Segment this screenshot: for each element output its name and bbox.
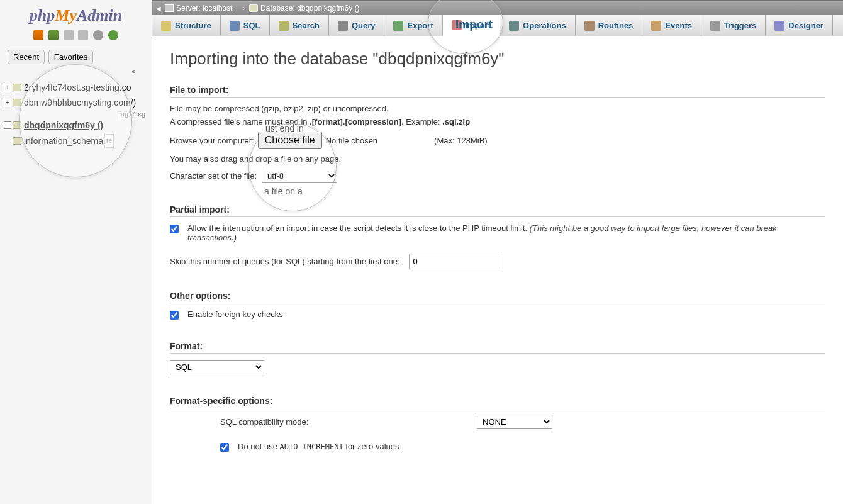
export-icon	[393, 21, 403, 31]
sidebar: phpMyAdmin Recent Favorites ⚭ + 2ryhy4fc…	[0, 0, 152, 504]
breadcrumb-bar: ◀ Server: localhost » Database: dbqdpnix…	[152, 0, 843, 15]
page-title: Importing into the database "dbqdpnixqgf…	[170, 49, 825, 69]
db-name: information_schema	[24, 135, 103, 147]
sidebar-tabs: Recent Favorites	[0, 47, 152, 67]
auto-increment-label: Do not use AUTO_INCREMENT for zero value…	[238, 442, 399, 451]
search-icon	[279, 21, 289, 31]
db-name: dbmw9hbhbucmysting.com/)	[24, 96, 136, 109]
database-tree: + 2ryhy4fc74ost.sg-testing.co + dbmw9hbh…	[0, 76, 152, 153]
expand-icon[interactable]: +	[4, 84, 11, 91]
events-icon	[651, 21, 661, 31]
db-name: dbqdpnixqgfm6y ()	[24, 119, 103, 132]
tab-operations[interactable]: Operations	[500, 15, 576, 36]
db-name: 2ryhy4fc74ost.sg-testing.co	[24, 81, 131, 94]
tab-export[interactable]: Export	[384, 15, 442, 36]
tab-events[interactable]: Events	[642, 15, 701, 36]
sql-icon	[230, 21, 240, 31]
main-content: Importing into the database "dbqdpnixqgf…	[152, 36, 843, 504]
favorites-tab[interactable]: Favorites	[48, 50, 93, 64]
charset-row: Character set of the file: utf-8	[170, 169, 825, 183]
database-icon	[13, 84, 21, 91]
breadcrumb-server[interactable]: Server: localhost	[165, 4, 232, 13]
no-file-chosen-text: No file chosen	[326, 136, 377, 145]
db-tree-item[interactable]: + dbmw9hbhbucmysting.com/)	[4, 95, 148, 110]
database-icon	[13, 99, 21, 106]
fk-checks-row: Enable foreign key checks	[170, 310, 825, 320]
browse-file-row: Browse your computer: Choose file No fil…	[170, 132, 825, 149]
collapse-sidebar-icon[interactable]: ◀	[156, 5, 161, 12]
database-icon	[13, 137, 21, 145]
breadcrumb-separator: »	[241, 4, 245, 13]
max-size-text: (Max: 128MiB)	[434, 136, 488, 145]
sql-window-icon[interactable]	[78, 30, 88, 40]
auto-increment-checkbox[interactable]	[220, 443, 229, 452]
operations-icon	[509, 21, 519, 31]
database-icon	[249, 4, 258, 12]
lens-magnified-text: a file on a	[264, 186, 303, 196]
tree-extra-text: ing14.sg	[4, 110, 148, 118]
logout-icon[interactable]	[48, 30, 59, 40]
skip-queries-row: Skip this number of queries (for SQL) st…	[170, 254, 825, 269]
reload-icon[interactable]	[108, 30, 118, 40]
allow-interrupt-row: Allow the interruption of an import in c…	[170, 223, 825, 242]
choose-file-button[interactable]: Choose file	[258, 132, 322, 149]
nav-tabs: Structure SQL Search Query Export Import…	[152, 15, 843, 36]
db-tree-item[interactable]: + information_schema re	[4, 133, 148, 149]
phpmyadmin-logo: phpMyAdmin	[0, 0, 152, 28]
compat-mode-select[interactable]: NONE	[477, 415, 552, 429]
tab-routines[interactable]: Routines	[576, 15, 643, 36]
structure-icon	[161, 21, 171, 31]
query-icon	[338, 21, 348, 31]
expand-icon[interactable]: +	[4, 99, 11, 106]
section-format-specific: Format-specific options:	[170, 396, 825, 408]
charset-label: Character set of the file:	[170, 171, 257, 181]
skip-queries-label: Skip this number of queries (for SQL) st…	[170, 257, 400, 266]
tab-sql[interactable]: SQL	[221, 15, 270, 36]
breadcrumb-db-label: Database: dbqdpnixqgfm6y ()	[260, 4, 359, 13]
tutorial-import-label: Import	[455, 18, 493, 31]
format-row: SQL	[170, 360, 825, 374]
settings-icon[interactable]	[93, 30, 103, 40]
server-icon	[165, 4, 174, 12]
compat-mode-label: SQL compatibility mode:	[220, 417, 472, 427]
database-icon	[13, 121, 21, 129]
fk-checks-label: Enable foreign key checks	[187, 310, 283, 319]
triggers-icon	[710, 21, 720, 31]
auto-increment-row: Do not use AUTO_INCREMENT for zero value…	[220, 442, 825, 452]
routines-icon	[584, 21, 595, 31]
charset-select[interactable]: utf-8	[262, 169, 337, 183]
breadcrumb-server-label: Server: localhost	[176, 4, 232, 13]
badge: re	[104, 134, 114, 148]
allow-interrupt-checkbox[interactable]	[170, 225, 179, 233]
collapse-icon[interactable]: −	[4, 121, 11, 129]
tab-search[interactable]: Search	[270, 15, 329, 36]
section-format: Format:	[170, 341, 825, 354]
docs-icon[interactable]	[64, 30, 74, 40]
tab-query[interactable]: Query	[329, 15, 385, 36]
tab-designer[interactable]: Designer	[766, 15, 833, 36]
home-icon[interactable]	[33, 30, 43, 40]
section-other-options: Other options:	[170, 291, 825, 303]
format-select[interactable]: SQL	[170, 360, 264, 374]
db-tree-item-selected[interactable]: − dbqdpnixqgfm6y ()	[4, 118, 148, 133]
designer-icon	[774, 21, 784, 31]
permalink-icon[interactable]: ⚭	[0, 67, 152, 76]
section-partial-import: Partial import:	[170, 204, 825, 217]
browse-label: Browse your computer:	[170, 136, 254, 145]
breadcrumb-database[interactable]: Database: dbqdpnixqgfm6y ()	[249, 4, 359, 13]
fk-checks-checkbox[interactable]	[170, 311, 179, 320]
section-file-to-import: File to import:	[170, 85, 825, 98]
drag-drop-hint: You may also drag and drop a file on any…	[170, 154, 825, 164]
tab-triggers[interactable]: Triggers	[701, 15, 766, 36]
sidebar-quick-icons	[0, 28, 152, 47]
skip-queries-input[interactable]	[409, 254, 503, 269]
tab-structure[interactable]: Structure	[152, 15, 221, 36]
file-compressed-hint: File may be compressed (gzip, bzip2, zip…	[170, 104, 825, 113]
recent-tab[interactable]: Recent	[8, 50, 45, 64]
compat-mode-row: SQL compatibility mode: NONE	[220, 415, 825, 429]
db-tree-item[interactable]: + 2ryhy4fc74ost.sg-testing.co	[4, 80, 148, 95]
allow-interrupt-label: Allow the interruption of an import in c…	[187, 223, 825, 242]
format-specific-block: SQL compatibility mode: NONE Do not use …	[220, 415, 825, 452]
